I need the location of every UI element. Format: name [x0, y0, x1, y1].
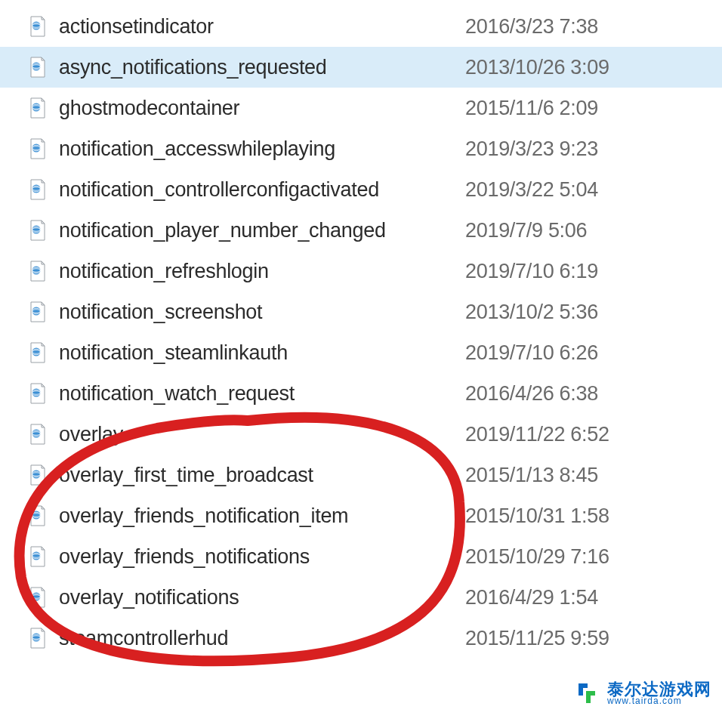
web-document-icon — [29, 16, 47, 37]
web-document-icon — [29, 464, 47, 486]
file-date: 2016/3/23 7:38 — [465, 15, 722, 39]
watermark-sub: www.tairda.com — [607, 696, 711, 705]
watermark: 泰尔达游戏网 www.tairda.com — [577, 681, 711, 705]
file-date: 2019/7/10 6:26 — [465, 341, 722, 365]
file-row[interactable]: overlay2019/11/22 6:52 — [0, 414, 722, 455]
file-row[interactable]: overlay_notifications2016/4/29 1:54 — [0, 577, 722, 618]
web-document-icon — [29, 424, 47, 445]
web-document-icon — [29, 587, 47, 608]
file-row[interactable]: actionsetindicator2016/3/23 7:38 — [0, 6, 722, 47]
file-name: notification_refreshlogin — [59, 260, 465, 283]
file-date: 2016/4/26 6:38 — [465, 382, 722, 406]
web-document-icon — [29, 383, 47, 404]
file-row[interactable]: steamcontrollerhud2015/11/25 9:59 — [0, 618, 722, 659]
file-name: notification_controllerconfigactivated — [59, 178, 465, 202]
file-date: 2019/3/22 5:04 — [465, 178, 722, 202]
file-name: steamcontrollerhud — [59, 627, 465, 650]
file-row[interactable]: ghostmodecontainer2015/11/6 2:09 — [0, 88, 722, 128]
file-name: overlay — [59, 423, 465, 446]
file-date: 2015/11/6 2:09 — [465, 97, 722, 120]
file-row[interactable]: async_notifications_requested2013/10/26 … — [0, 47, 722, 88]
file-name: actionsetindicator — [59, 15, 465, 39]
file-name: notification_screenshot — [59, 301, 465, 324]
file-list: actionsetindicator2016/3/23 7:38 async_n… — [0, 0, 722, 659]
file-date: 2019/7/10 6:19 — [465, 260, 722, 283]
file-row[interactable]: notification_accesswhileplaying2019/3/23… — [0, 128, 722, 169]
web-document-icon — [29, 57, 47, 78]
file-name: overlay_friends_notification_item — [59, 504, 465, 528]
web-document-icon — [29, 138, 47, 159]
web-document-icon — [29, 505, 47, 526]
web-document-icon — [29, 179, 47, 200]
file-row[interactable]: notification_player_number_changed2019/7… — [0, 210, 722, 251]
web-document-icon — [29, 220, 47, 241]
file-date: 2016/4/29 1:54 — [465, 586, 722, 609]
web-document-icon — [29, 342, 47, 363]
file-name: async_notifications_requested — [59, 56, 465, 79]
file-date: 2013/10/26 3:09 — [465, 56, 722, 79]
file-date: 2019/7/9 5:06 — [465, 219, 722, 242]
file-date: 2015/10/29 7:16 — [465, 545, 722, 569]
file-date: 2019/11/22 6:52 — [465, 423, 722, 446]
file-date: 2015/10/31 1:58 — [465, 504, 722, 528]
file-name: notification_steamlinkauth — [59, 341, 465, 365]
file-date: 2019/3/23 9:23 — [465, 137, 722, 161]
file-row[interactable]: overlay_friends_notifications2015/10/29 … — [0, 536, 722, 577]
file-row[interactable]: notification_refreshlogin2019/7/10 6:19 — [0, 251, 722, 292]
file-name: ghostmodecontainer — [59, 97, 465, 120]
file-date: 2015/11/25 9:59 — [465, 627, 722, 650]
web-document-icon — [29, 261, 47, 282]
file-row[interactable]: notification_screenshot2013/10/2 5:36 — [0, 292, 722, 332]
file-name: overlay_friends_notifications — [59, 545, 465, 569]
file-date: 2015/1/13 8:45 — [465, 464, 722, 487]
file-row[interactable]: overlay_friends_notification_item2015/10… — [0, 495, 722, 536]
file-name: overlay_notifications — [59, 586, 465, 609]
web-document-icon — [29, 301, 47, 322]
file-date: 2013/10/2 5:36 — [465, 301, 722, 324]
watermark-logo-icon — [577, 682, 603, 705]
file-row[interactable]: notification_watch_request2016/4/26 6:38 — [0, 373, 722, 414]
file-name: overlay_first_time_broadcast — [59, 464, 465, 487]
file-name: notification_accesswhileplaying — [59, 137, 465, 161]
web-document-icon — [29, 628, 47, 649]
web-document-icon — [29, 97, 47, 119]
file-row[interactable]: notification_controllerconfigactivated20… — [0, 169, 722, 210]
file-name: notification_player_number_changed — [59, 219, 465, 242]
file-row[interactable]: overlay_first_time_broadcast2015/1/13 8:… — [0, 455, 722, 495]
file-name: notification_watch_request — [59, 382, 465, 406]
file-row[interactable]: notification_steamlinkauth2019/7/10 6:26 — [0, 332, 722, 373]
web-document-icon — [29, 546, 47, 567]
